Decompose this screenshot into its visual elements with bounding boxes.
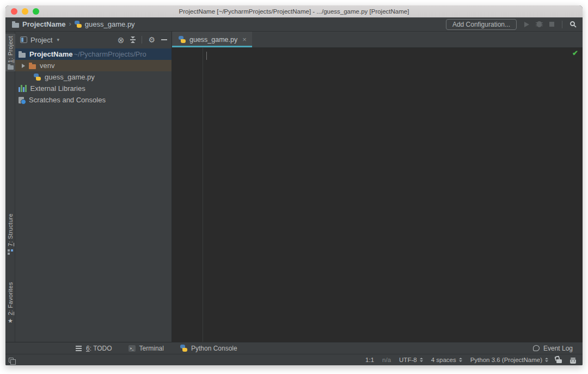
libraries-icon [19, 85, 27, 92]
tree-scratches-label: Scratches and Consoles [29, 96, 106, 104]
todo-tab[interactable]: 6: TODO [75, 345, 112, 352]
breadcrumb-separator: › [69, 20, 71, 28]
sidebar-tab-project-label: 1: Project [7, 36, 14, 63]
python-file-icon [179, 36, 186, 43]
editor-tab-bar: guess_game.py × [172, 32, 583, 48]
python-icon [180, 345, 187, 352]
locate-file-icon[interactable]: ⊗ [118, 36, 125, 44]
add-configuration-button[interactable]: Add Configuration... [446, 19, 517, 30]
interpreter-widget[interactable]: Python 3.6 (ProjectName) [470, 357, 548, 363]
caret-position-widget[interactable]: 1:1 [365, 357, 374, 363]
sidebar-tab-project[interactable]: 1: Project [5, 34, 15, 71]
event-log-icon [533, 345, 540, 351]
traffic-lights [11, 8, 39, 15]
python-file-icon [75, 21, 82, 28]
editor-area[interactable]: ✔ [172, 48, 583, 342]
project-tab-folder-icon [8, 65, 14, 70]
toolbar-divider [562, 21, 562, 28]
debug-icon[interactable] [537, 21, 542, 27]
breadcrumb-file-label: guess_game.py [85, 20, 135, 28]
gear-icon[interactable]: ⚙ [148, 36, 155, 44]
text-caret [206, 52, 207, 60]
indent-label: 4 spaces [431, 357, 456, 363]
breadcrumb-project-label: ProjectName [22, 20, 65, 28]
tool-window-icon [20, 36, 27, 43]
interpreter-label: Python 3.6 (ProjectName) [470, 357, 542, 363]
spinner-arrows-icon [420, 358, 423, 362]
search-everywhere-icon[interactable] [570, 21, 575, 26]
tree-root-label: ProjectName~/PycharmProjects/Pro [29, 50, 146, 58]
run-toolbar: Add Configuration... [446, 19, 577, 30]
run-icon[interactable] [524, 22, 529, 27]
sidebar-tab-structure[interactable]: 7: Structure [5, 213, 15, 255]
editor-zone: guess_game.py × ✔ [172, 32, 583, 342]
close-icon[interactable]: × [242, 35, 247, 44]
navigation-bar: ProjectName › guess_game.py Add Configur… [5, 17, 583, 32]
inspection-ok-icon: ✔ [572, 49, 578, 57]
python-console-tab-label: Python Console [191, 345, 237, 352]
close-window-button[interactable] [11, 8, 17, 15]
editor-tab-guess-game[interactable]: guess_game.py × [172, 32, 252, 47]
window-title: ProjectName [~/PycharmProjects/ProjectNa… [179, 8, 409, 15]
pycharm-window: ProjectName [~/PycharmProjects/ProjectNa… [5, 5, 583, 365]
sidebar-tab-favorites[interactable]: 2: Favorites ★ [5, 282, 15, 324]
titlebar[interactable]: ProjectName [~/PycharmProjects/ProjectNa… [5, 5, 583, 17]
unlock-icon[interactable] [556, 359, 562, 363]
breadcrumb-project[interactable]: ProjectName [12, 20, 65, 28]
folder-icon [19, 53, 26, 58]
excluded-folder-icon [29, 64, 36, 69]
status-widgets: 1:1 n/a UTF-8 4 spaces Python 3.6 (Proje… [365, 357, 576, 364]
tree-file-label: guess_game.py [45, 73, 95, 81]
tree-external-libraries-label: External Libraries [30, 84, 85, 93]
python-console-tab[interactable]: Python Console [180, 345, 237, 352]
structure-icon [8, 249, 10, 252]
left-tool-window-stripe: 1: Project 7: Structure 2: Favorites ★ [5, 32, 15, 342]
main-area: 1: Project 7: Structure 2: Favorites ★ P… [5, 32, 583, 342]
spinner-arrows-icon [545, 358, 548, 362]
encoding-label: UTF-8 [399, 357, 417, 363]
tool-window-switcher-icon[interactable] [9, 358, 14, 363]
encoding-widget[interactable]: UTF-8 [399, 357, 423, 363]
indent-widget[interactable]: 4 spaces [431, 357, 462, 363]
event-log-button[interactable]: Event Log [533, 345, 573, 352]
sidebar-tab-favorites-label: 2: Favorites [7, 282, 14, 315]
terminal-icon [128, 345, 136, 352]
terminal-tab[interactable]: Terminal [128, 345, 164, 352]
tree-row-project-root[interactable]: ProjectName~/PycharmProjects/Pro [15, 48, 171, 60]
tree-row-external-libraries[interactable]: External Libraries [15, 83, 171, 94]
minimize-window-button[interactable] [22, 8, 28, 15]
stop-icon[interactable] [549, 22, 554, 27]
event-log-label: Event Log [543, 345, 573, 352]
project-panel-header: Project ▾ ⊗ ⚙ [15, 32, 171, 48]
tree-row-file[interactable]: guess_game.py [15, 71, 171, 83]
bottom-tool-window-bar: 6: TODO Terminal Python Console Event Lo… [5, 342, 583, 354]
spinner-arrows-icon [459, 358, 462, 362]
hide-panel-icon[interactable] [161, 39, 167, 40]
todo-list-icon [76, 348, 82, 349]
status-bar: 1:1 n/a UTF-8 4 spaces Python 3.6 (Proje… [5, 354, 583, 365]
tree-row-scratches[interactable]: Scratches and Consoles [15, 94, 171, 106]
tree-venv-label: venv [40, 62, 54, 70]
gutter-divider [203, 48, 203, 342]
sidebar-tab-structure-label: 7: Structure [7, 213, 14, 246]
todo-tab-label: 6: TODO [86, 345, 112, 352]
python-file-icon [34, 73, 41, 81]
scratches-icon [19, 97, 24, 103]
collapse-all-icon[interactable] [130, 36, 136, 43]
star-icon: ★ [8, 317, 13, 324]
chevron-down-icon[interactable]: ▾ [57, 37, 59, 42]
project-tree: ProjectName~/PycharmProjects/Pro venv gu… [15, 48, 171, 342]
project-view-selector[interactable]: Project [30, 36, 52, 44]
expand-arrow-icon[interactable] [22, 64, 25, 68]
inspections-profile-icon[interactable] [570, 359, 576, 364]
zoom-window-button[interactable] [33, 8, 39, 15]
line-separator-widget[interactable]: n/a [382, 357, 391, 363]
breadcrumb-file[interactable]: guess_game.py [75, 20, 135, 28]
folder-icon [12, 23, 19, 28]
terminal-tab-label: Terminal [139, 345, 164, 352]
tree-row-venv[interactable]: venv [15, 60, 171, 71]
editor-tab-label: guess_game.py [189, 36, 237, 44]
panel-header-divider [142, 36, 142, 44]
project-panel: Project ▾ ⊗ ⚙ ProjectName~/PycharmProjec… [15, 32, 172, 342]
